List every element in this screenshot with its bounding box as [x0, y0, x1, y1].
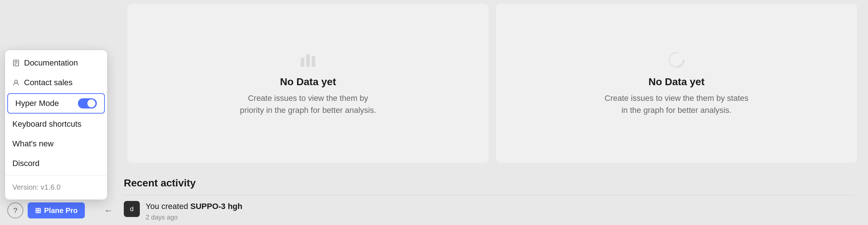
states-no-data-title: No Data yet — [648, 76, 705, 88]
menu-item-discord[interactable]: Discord — [5, 154, 107, 173]
dropdown-menu: Documentation Contact sales Hyper Mode K… — [5, 50, 107, 200]
priority-no-data-desc: Create issues to view the them by priori… — [235, 92, 381, 116]
avatar: d — [124, 201, 140, 217]
states-chart-panel: No Data yet Create issues to view the th… — [496, 4, 857, 163]
whats-new-label: What's new — [12, 139, 54, 149]
menu-item-documentation[interactable]: Documentation — [5, 53, 107, 73]
menu-item-whats-new[interactable]: What's new — [5, 134, 107, 154]
svg-rect-0 — [301, 58, 304, 67]
states-no-data-desc: Create issues to view the them by states… — [604, 92, 749, 116]
menu-item-keyboard-shortcuts[interactable]: Keyboard shortcuts — [5, 114, 107, 134]
plane-pro-button[interactable]: ⊞ Plane Pro — [28, 202, 85, 218]
states-chart-icon — [667, 51, 686, 70]
charts-area: No Data yet Create issues to view the th… — [0, 0, 868, 174]
documentation-icon — [12, 59, 20, 67]
contact-sales-label: Contact sales — [24, 78, 72, 87]
plane-pro-icon: ⊞ — [35, 206, 41, 215]
priority-chart-panel: No Data yet Create issues to view the th… — [127, 4, 489, 163]
activity-text: You created SUPPO-3 hgh — [146, 201, 242, 212]
recent-activity-section: Recent activity d You created SUPPO-3 hg… — [0, 174, 868, 225]
back-arrow-icon: ← — [104, 205, 113, 215]
svg-point-9 — [15, 80, 17, 83]
menu-item-hyper-mode[interactable]: Hyper Mode — [7, 93, 105, 114]
menu-item-contact-sales[interactable]: Contact sales — [5, 73, 107, 92]
hyper-mode-label: Hyper Mode — [15, 99, 78, 108]
toggle-thumb — [87, 99, 95, 107]
version-item: Version: v1.6.0 — [5, 178, 107, 197]
bottom-bar: ? ⊞ Plane Pro ← — [0, 196, 120, 225]
priority-chart-icon — [299, 51, 317, 70]
activity-item: d You created SUPPO-3 hgh 2 days ago — [124, 201, 853, 221]
contact-sales-icon — [12, 79, 20, 86]
help-button[interactable]: ? — [7, 202, 23, 218]
priority-no-data-title: No Data yet — [280, 76, 336, 88]
main-content: No Data yet Create issues to view the th… — [0, 0, 868, 225]
help-icon: ? — [13, 206, 17, 215]
activity-text-prefix: You created — [146, 202, 190, 211]
activity-time: 2 days ago — [146, 214, 242, 221]
hyper-mode-toggle[interactable] — [78, 98, 97, 108]
back-arrow-button[interactable]: ← — [104, 205, 113, 216]
toggle-track — [78, 98, 97, 108]
keyboard-shortcuts-label: Keyboard shortcuts — [12, 119, 82, 129]
activity-text-block: You created SUPPO-3 hgh 2 days ago — [146, 201, 242, 221]
activity-divider — [124, 195, 853, 195]
recent-activity-title: Recent activity — [124, 177, 853, 189]
svg-rect-1 — [306, 54, 310, 67]
discord-label: Discord — [12, 159, 40, 168]
plane-pro-label: Plane Pro — [44, 206, 78, 215]
menu-divider — [5, 175, 107, 176]
svg-rect-2 — [312, 56, 315, 67]
activity-text-bold: SUPPO-3 hgh — [190, 202, 242, 211]
documentation-label: Documentation — [24, 58, 78, 68]
